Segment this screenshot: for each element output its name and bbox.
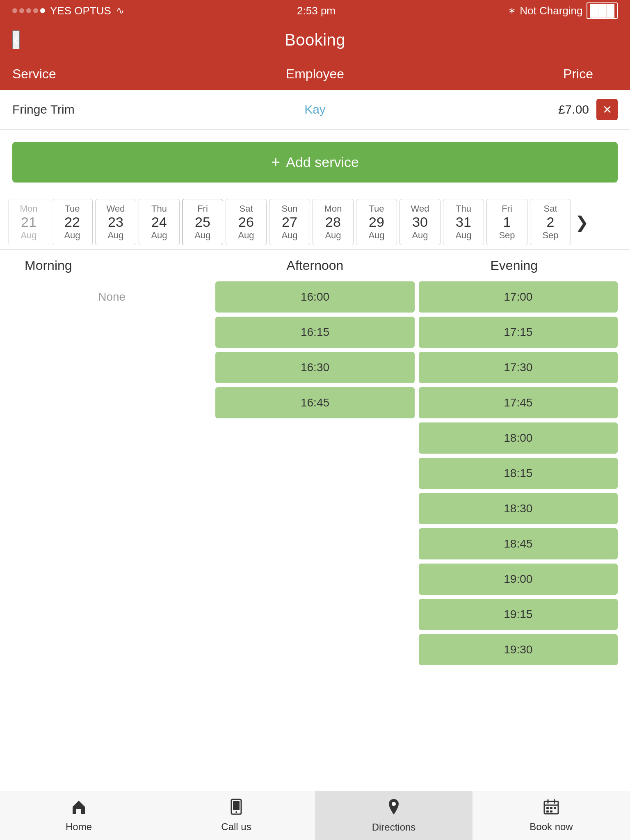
next-dates-arrow[interactable]: ❯ <box>573 209 593 236</box>
date-item-mon-28[interactable]: Mon 28 Aug <box>313 199 354 245</box>
nav-call-us[interactable]: Call us <box>158 791 315 840</box>
date-item-sat-26[interactable]: Sat 26 Aug <box>226 199 267 245</box>
time-slot-1715[interactable]: 17:15 <box>419 317 618 348</box>
time-slot-1630[interactable]: 16:30 <box>215 352 414 383</box>
book-now-label: Book now <box>530 821 573 833</box>
page-title: Booking <box>285 31 345 49</box>
svg-rect-11 <box>546 810 549 813</box>
morning-header: Morning <box>16 258 215 273</box>
date-item-thu-31[interactable]: Thu 31 Aug <box>443 199 484 245</box>
home-icon <box>71 799 87 819</box>
svg-rect-8 <box>546 807 549 809</box>
nav-directions[interactable]: Directions <box>315 791 472 840</box>
time-slots-grid: None 16:00 17:00 16:15 17:15 16:30 17:30… <box>12 281 618 665</box>
nav-book-now[interactable]: Book now <box>472 791 630 840</box>
phone-icon <box>229 799 244 819</box>
price-value: £7.00 <box>558 103 589 116</box>
time-row-9: 19:00 <box>12 564 618 595</box>
location-icon <box>386 798 401 819</box>
service-table-header: Service Employee Price <box>0 58 630 90</box>
employee-name[interactable]: Kay <box>214 103 416 116</box>
time-row-11: 19:30 <box>12 634 618 665</box>
date-item-wed-23[interactable]: Wed 23 Aug <box>95 199 136 245</box>
svg-rect-9 <box>550 807 552 809</box>
signal-dot-2 <box>19 8 24 13</box>
price-cell: £7.00 ✕ <box>416 99 618 120</box>
nav-home[interactable]: Home <box>0 791 158 840</box>
signal-dot-1 <box>12 8 17 13</box>
battery-label: Not Charging <box>520 5 582 17</box>
time-period-headers: Morning Afternoon Evening <box>12 258 618 273</box>
service-row: Fringe Trim Kay £7.00 ✕ <box>0 90 630 130</box>
time-slot-1600[interactable]: 16:00 <box>215 281 414 313</box>
column-service: Service <box>12 66 214 82</box>
wifi-icon: ∿ <box>116 5 124 16</box>
time-slot-1645[interactable]: 16:45 <box>215 387 414 418</box>
signal-dot-5 <box>40 8 45 13</box>
plus-icon: + <box>271 153 280 171</box>
signal-dot-3 <box>26 8 31 13</box>
call-us-label: Call us <box>221 821 251 833</box>
column-employee: Employee <box>214 66 416 82</box>
time-row-2: 16:15 17:15 <box>12 317 618 348</box>
status-time: 2:53 pm <box>297 5 336 17</box>
add-service-label: Add service <box>286 154 359 170</box>
signal-dots <box>12 8 45 13</box>
signal-dot-4 <box>33 8 38 13</box>
bottom-navigation: Home Call us Directions <box>0 791 630 840</box>
time-grid: Morning Afternoon Evening None 16:00 17:… <box>0 250 630 673</box>
date-item-mon-21[interactable]: Mon 21 Aug <box>8 199 49 245</box>
svg-point-3 <box>392 802 396 806</box>
calendar-icon <box>543 799 559 819</box>
remove-service-button[interactable]: ✕ <box>596 99 618 120</box>
svg-rect-1 <box>233 801 240 810</box>
time-slot-1700[interactable]: 17:00 <box>419 281 618 313</box>
directions-label: Directions <box>372 822 416 833</box>
home-label: Home <box>66 821 92 833</box>
service-name: Fringe Trim <box>12 103 214 116</box>
time-row-7: 18:30 <box>12 493 618 524</box>
status-right: ∗ Not Charging ███ <box>508 2 618 19</box>
svg-rect-12 <box>550 810 552 813</box>
svg-point-2 <box>235 811 237 813</box>
carrier-name: YES OPTUS <box>50 5 111 17</box>
time-slot-1830[interactable]: 18:30 <box>419 493 618 524</box>
date-item-sat-2sep[interactable]: Sat 2 Sep <box>530 199 571 245</box>
time-row-6: 18:15 <box>12 458 618 489</box>
battery-icon: ███ <box>587 2 618 19</box>
content-area: Service Employee Price Fringe Trim Kay £… <box>0 58 630 791</box>
time-slot-1900[interactable]: 19:00 <box>419 564 618 595</box>
date-picker: Mon 21 Aug Tue 22 Aug Wed 23 Aug Thu 24 … <box>0 195 630 250</box>
evening-header: Evening <box>415 258 614 273</box>
time-row-4: 16:45 17:45 <box>12 387 618 418</box>
bluetooth-icon: ∗ <box>508 5 516 16</box>
time-slot-1815[interactable]: 18:15 <box>419 458 618 489</box>
time-slot-1845[interactable]: 18:45 <box>419 528 618 559</box>
date-item-tue-29[interactable]: Tue 29 Aug <box>356 199 397 245</box>
date-item-fri-25[interactable]: Fri 25 Aug <box>182 199 223 245</box>
time-row-8: 18:45 <box>12 528 618 559</box>
time-slot-1915[interactable]: 19:15 <box>419 599 618 630</box>
time-slot-1615[interactable]: 16:15 <box>215 317 414 348</box>
date-item-tue-22[interactable]: Tue 22 Aug <box>52 199 93 245</box>
svg-rect-10 <box>554 807 556 809</box>
time-row-1: None 16:00 17:00 <box>12 281 618 313</box>
status-left: YES OPTUS ∿ <box>12 5 124 17</box>
status-bar: YES OPTUS ∿ 2:53 pm ∗ Not Charging ███ <box>0 0 630 21</box>
afternoon-header: Afternoon <box>215 258 414 273</box>
time-row-10: 19:15 <box>12 599 618 630</box>
column-price: Price <box>416 66 618 82</box>
time-slot-1800[interactable]: 18:00 <box>419 422 618 454</box>
date-item-sun-27[interactable]: Sun 27 Aug <box>269 199 310 245</box>
date-item-thu-24[interactable]: Thu 24 Aug <box>139 199 180 245</box>
back-button[interactable]: ‹ <box>12 30 20 49</box>
time-row-3: 16:30 17:30 <box>12 352 618 383</box>
header: ‹ Booking <box>0 21 630 58</box>
date-item-fri-1sep[interactable]: Fri 1 Sep <box>486 199 527 245</box>
add-service-button[interactable]: + Add service <box>12 142 618 183</box>
time-slot-1730[interactable]: 17:30 <box>419 352 618 383</box>
time-slot-1930[interactable]: 19:30 <box>419 634 618 665</box>
morning-none: None <box>12 281 211 313</box>
date-item-wed-30[interactable]: Wed 30 Aug <box>399 199 441 245</box>
time-slot-1745[interactable]: 17:45 <box>419 387 618 418</box>
